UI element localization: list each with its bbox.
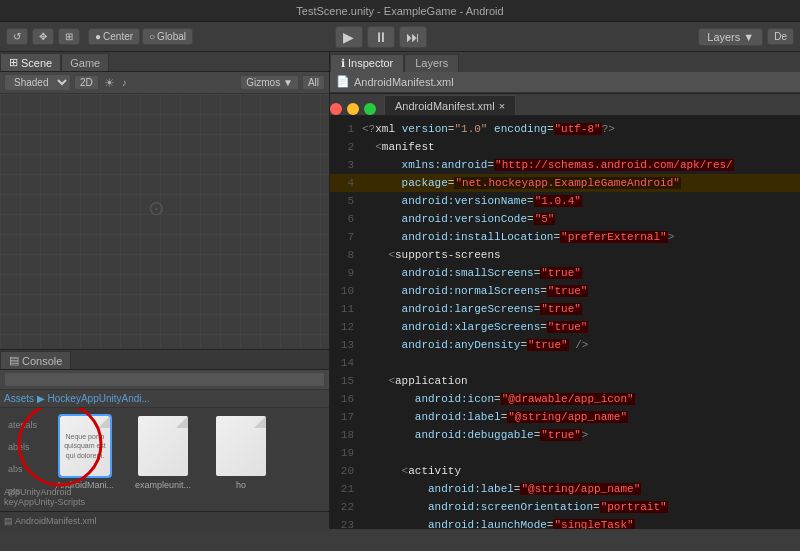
xml-line-6: 6 android:versionCode="5" — [330, 210, 800, 228]
xml-line-8: 8 <supports-screens — [330, 246, 800, 264]
asset-item-exampleunit[interactable]: exampleunit... — [128, 416, 198, 490]
center-label: Center — [103, 31, 133, 42]
tab-game[interactable]: Game — [61, 53, 109, 71]
play-button[interactable]: ▶ — [335, 26, 363, 48]
asset-items-container: Neque porro quisquam est qui dolorem. An… — [46, 416, 276, 490]
tab-layers[interactable]: Layers — [404, 54, 459, 72]
sun-icon: ☀ — [104, 76, 115, 90]
doc-fold-2 — [176, 416, 188, 428]
asset-item-ho[interactable]: ho — [206, 416, 276, 490]
toolbar-hand-btn[interactable]: ✥ — [32, 28, 54, 45]
xml-file-tab: AndroidManifest.xml × — [330, 94, 800, 116]
app-unity-android-label: AppUnityAndroid — [4, 487, 85, 497]
dropdown-arrow-icon: ▼ — [743, 31, 754, 43]
xml-line-22: 22 android:screenOrientation="portrait" — [330, 498, 800, 516]
layers-tab-label: Layers — [415, 57, 448, 69]
tab-inspector[interactable]: ℹ Inspector — [330, 54, 404, 72]
de-button[interactable]: De — [767, 28, 794, 45]
xml-line-14: 14 — [330, 354, 800, 372]
all-button[interactable]: All — [302, 75, 325, 90]
xml-line-2: 2 <manifest — [330, 138, 800, 156]
xml-line-16: 16 android:icon="@drawable/app_icon" — [330, 390, 800, 408]
layers-label: Layers — [707, 31, 740, 43]
toolbar-move-btn[interactable]: ⊞ — [58, 28, 80, 45]
inspector-tab-label: Inspector — [348, 57, 393, 69]
xml-line-12: 12 android:xlargeScreens="true" — [330, 318, 800, 336]
window-controls — [330, 103, 376, 115]
scene-tab-label: Scene — [21, 57, 52, 69]
bottom-assets-bar: ▤ AndroidManifest.xml — [0, 511, 329, 529]
console-icon: ▤ — [9, 354, 19, 367]
xml-line-20: 20 <activity — [330, 462, 800, 480]
asset-label-ho: ho — [236, 480, 246, 490]
2d-button[interactable]: 2D — [74, 75, 99, 90]
grid-background — [0, 94, 329, 349]
left-panel: ⊞ Scene Game Shaded 2D ☀ ♪ Gizmos ▼ All — [0, 52, 330, 529]
key-app-unity-scripts-label: keyAppUnity-Scripts — [4, 497, 85, 507]
right-tab-row: ℹ Inspector Layers — [330, 52, 800, 72]
doc-fold — [98, 416, 110, 428]
global-icon: ○ — [149, 31, 155, 42]
title-bar: TestScene.unity - ExampleGame - Android — [0, 0, 800, 22]
console-tab-label: Console — [22, 355, 62, 367]
bottom-asset-filename: ▤ AndroidManifest.xml — [4, 516, 97, 526]
file-icon: 📄 — [336, 75, 350, 88]
right-panel: ℹ Inspector Layers 📄 AndroidManifest.xml — [330, 52, 800, 529]
main-content: ⊞ Scene Game Shaded 2D ☀ ♪ Gizmos ▼ All — [0, 52, 800, 529]
inspector-file-bar: 📄 AndroidManifest.xml — [330, 72, 800, 93]
xml-file-tab-item[interactable]: AndroidManifest.xml × — [384, 95, 516, 115]
xml-line-17: 17 android:label="@string/app_name" — [330, 408, 800, 426]
minimize-button[interactable] — [347, 103, 359, 115]
scene-game-tabs: ⊞ Scene Game — [0, 52, 329, 72]
de-label: De — [774, 31, 787, 42]
xml-content[interactable]: 1 <?xml version="1.0" encoding="utf-8"?>… — [330, 116, 800, 529]
play-controls: ▶ ⏸ ⏭ — [335, 26, 427, 48]
layers-dropdown[interactable]: Layers ▼ — [698, 28, 763, 46]
sidebar-item-materials: aterials — [8, 420, 38, 430]
unity-logo: ⊙ — [148, 196, 165, 220]
console-search-input[interactable] — [4, 372, 325, 387]
pause-button[interactable]: ⏸ — [367, 26, 395, 48]
global-button[interactable]: ○ Global — [142, 28, 193, 45]
inspector-filename: AndroidManifest.xml — [354, 76, 454, 88]
console-search-bar — [0, 370, 329, 390]
asset-item-androidmanifest[interactable]: Neque porro quisquam est qui dolorem. An… — [50, 416, 120, 490]
xml-line-5: 5 android:versionName="1.0.4" — [330, 192, 800, 210]
center-global-group: ● Center ○ Global — [88, 28, 193, 45]
pivot-icon: ● — [95, 31, 101, 42]
ho-icon — [216, 416, 266, 476]
gizmos-button[interactable]: Gizmos ▼ — [240, 75, 299, 90]
all-label: All — [308, 77, 319, 88]
main-toolbar: ↺ ✥ ⊞ ● Center ○ Global ▶ ⏸ ⏭ Layers ▼ D… — [0, 22, 800, 52]
xml-line-9: 9 android:smallScreens="true" — [330, 264, 800, 282]
sidebar-labels: aterials abels abs pts — [8, 416, 38, 496]
xml-line-10: 10 android:normalScreens="true" — [330, 282, 800, 300]
scene-viewport: ⊙ — [0, 94, 329, 349]
exampleunit-icon — [138, 416, 188, 476]
doc-fold-3 — [254, 416, 266, 428]
step-button[interactable]: ⏭ — [399, 26, 427, 48]
xml-line-11: 11 android:largeScreens="true" — [330, 300, 800, 318]
global-label: Global — [157, 31, 186, 42]
xml-editor: AndroidManifest.xml × 1 <?xml version="1… — [330, 94, 800, 529]
androidmanifest-icon: Neque porro quisquam est qui dolorem. — [60, 416, 110, 476]
console-tabs: ▤ Console — [0, 350, 329, 370]
shaded-dropdown[interactable]: Shaded — [4, 74, 71, 91]
xml-filename: AndroidManifest.xml — [395, 100, 495, 112]
close-button[interactable] — [330, 103, 342, 115]
game-tab-label: Game — [70, 57, 100, 69]
right-tabs: ℹ Inspector Layers 📄 AndroidManifest.xml — [330, 52, 800, 94]
scene-tab-icon: ⊞ — [9, 56, 18, 69]
maximize-button[interactable] — [364, 103, 376, 115]
toolbar-back-btn[interactable]: ↺ — [6, 28, 28, 45]
xml-line-1: 1 <?xml version="1.0" encoding="utf-8"?> — [330, 120, 800, 138]
tab-scene[interactable]: ⊞ Scene — [0, 53, 61, 71]
center-button[interactable]: ● Center — [88, 28, 140, 45]
xml-line-15: 15 <application — [330, 372, 800, 390]
xml-line-4: 4 package="net.hockeyapp.ExampleGameAndr… — [330, 174, 800, 192]
tab-console[interactable]: ▤ Console — [0, 351, 71, 369]
sound-icon: ♪ — [122, 77, 127, 88]
2d-label: 2D — [80, 77, 93, 88]
xml-line-23: 23 android:launchMode="singleTask" — [330, 516, 800, 529]
xml-tab-close-icon[interactable]: × — [499, 100, 505, 112]
